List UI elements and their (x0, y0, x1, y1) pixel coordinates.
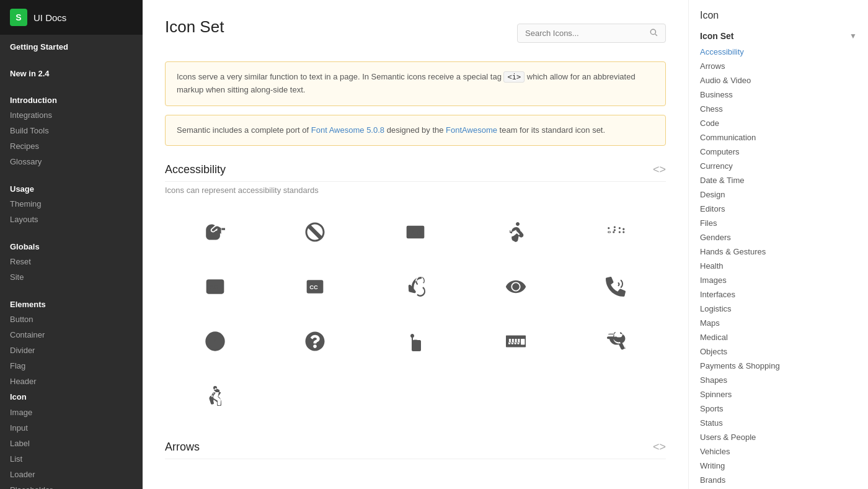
right-sidebar-item-chess[interactable]: Chess (689, 102, 868, 116)
page-title: Icon Set (165, 17, 224, 37)
accessibility-subtitle: Icons can represent accessibility standa… (165, 186, 666, 195)
sidebar-item-build-tools[interactable]: Build Tools (0, 123, 143, 138)
right-sidebar-item-writing[interactable]: Writing (689, 459, 868, 473)
font-awesome-link-2[interactable]: FontAwesome (446, 125, 497, 135)
app-logo: S (10, 9, 27, 26)
right-sidebar: Icon Icon Set ▼ Accessibility Arrows Aud… (688, 0, 868, 489)
icon-tty[interactable] (466, 314, 566, 369)
sidebar-item-layouts[interactable]: Layouts (0, 212, 143, 227)
icon-question-circle[interactable] (265, 314, 366, 369)
right-sidebar-item-files[interactable]: Files (689, 216, 868, 230)
search-input[interactable] (525, 29, 644, 38)
icon-closed-captioning-outline[interactable]: CC (165, 259, 265, 314)
icon-ad[interactable]: AD (365, 205, 466, 259)
sidebar-section-introduction[interactable]: Introduction (0, 88, 143, 107)
right-sidebar-item-editors[interactable]: Editors (689, 202, 868, 216)
accessibility-icons-grid: AD CC CC (165, 205, 666, 423)
right-sidebar-item-sports[interactable]: Sports (689, 402, 868, 416)
sidebar-item-icon[interactable]: Icon (0, 389, 143, 405)
right-sidebar-item-payments-shopping[interactable]: Payments & Shopping (689, 359, 868, 373)
font-awesome-link-1[interactable]: Font Awesome 5.0.8 (311, 125, 384, 135)
right-sidebar-item-maps[interactable]: Maps (689, 316, 868, 330)
icon-phone-volume[interactable] (565, 259, 666, 314)
icon-question-circle-outline[interactable]: ? (165, 314, 265, 369)
svg-text:AD: AD (411, 230, 421, 237)
svg-text:?: ? (213, 336, 216, 346)
sidebar-item-reset[interactable]: Reset (0, 254, 143, 269)
sidebar-item-glossary[interactable]: Glossary (0, 154, 143, 169)
right-sidebar-item-business[interactable]: Business (689, 87, 868, 102)
sidebar-item-site[interactable]: Site (0, 269, 143, 285)
right-sidebar-item-medical[interactable]: Medical (689, 330, 868, 344)
code-toggle-accessibility[interactable]: <> (653, 163, 666, 176)
sidebar-item-container[interactable]: Container (0, 327, 143, 343)
right-sidebar-item-objects[interactable]: Objects (689, 344, 868, 359)
sidebar-item-placeholder[interactable]: Placeholder (0, 482, 143, 489)
app-title: UI Docs (33, 12, 66, 23)
right-sidebar-item-status[interactable]: Status (689, 416, 868, 430)
right-sidebar-item-health[interactable]: Health (689, 259, 868, 273)
icon-braille[interactable] (565, 205, 666, 259)
icon-sign-language[interactable] (165, 205, 265, 259)
right-sidebar-item-vehicles[interactable]: Vehicles (689, 444, 868, 459)
svg-point-0 (650, 29, 655, 34)
sidebar-section-elements[interactable]: Elements (0, 292, 143, 312)
sidebar-item-flag[interactable]: Flag (0, 358, 143, 374)
svg-line-1 (655, 34, 657, 36)
right-sidebar-item-interfaces[interactable]: Interfaces (689, 287, 868, 302)
sidebar-section-new[interactable]: New in 2.4 (0, 61, 143, 81)
icon-hand-point-up[interactable] (365, 314, 466, 369)
right-sidebar-item-communication[interactable]: Communication (689, 130, 868, 145)
empty-cells (265, 369, 666, 423)
sidebar-section-usage[interactable]: Usage (0, 177, 143, 196)
right-sidebar-item-spinners[interactable]: Spinners (689, 387, 868, 402)
sidebar-item-recipes[interactable]: Recipes (0, 138, 143, 154)
right-sidebar-item-shapes[interactable]: Shapes (689, 373, 868, 387)
arrows-section-header: Arrows <> (165, 441, 666, 459)
search-box[interactable] (517, 24, 666, 43)
svg-text:CC: CC (310, 284, 319, 290)
right-sidebar-item-users-people[interactable]: Users & People (689, 430, 868, 444)
sidebar-item-loader[interactable]: Loader (0, 467, 143, 482)
right-sidebar-item-arrows[interactable]: Arrows (689, 59, 868, 73)
right-sidebar-section-label: Icon Set (700, 31, 733, 41)
right-sidebar-item-audio-video[interactable]: Audio & Video (689, 73, 868, 87)
right-sidebar-item-brands[interactable]: Brands (689, 473, 868, 487)
accessibility-title: Accessibility (165, 163, 226, 176)
right-sidebar-item-computers[interactable]: Computers (689, 145, 868, 159)
icon-wheelchair[interactable] (565, 314, 666, 369)
right-sidebar-item-accessibility[interactable]: Accessibility (689, 45, 868, 59)
code-toggle-arrows[interactable]: <> (653, 441, 666, 454)
icon-closed-captioning[interactable]: CC (265, 259, 366, 314)
right-sidebar-item-date-time[interactable]: Date & Time (689, 173, 868, 187)
sidebar-header: S UI Docs (0, 0, 143, 35)
right-sidebar-item-code[interactable]: Code (689, 116, 868, 130)
sidebar-item-list[interactable]: List (0, 451, 143, 467)
search-icon (649, 28, 658, 38)
code-tag: <i> (503, 71, 525, 83)
icon-wheelchair-alt[interactable] (165, 369, 265, 423)
right-sidebar-item-logistics[interactable]: Logistics (689, 302, 868, 316)
right-sidebar-item-design[interactable]: Design (689, 187, 868, 202)
sidebar-section-getting-started[interactable]: Getting Started (0, 35, 143, 54)
sidebar-item-divider[interactable]: Divider (0, 343, 143, 358)
sidebar-item-integrations[interactable]: Integrations (0, 107, 143, 123)
sidebar-item-label[interactable]: Label (0, 436, 143, 451)
sidebar-item-theming[interactable]: Theming (0, 196, 143, 212)
sidebar-item-image[interactable]: Image (0, 405, 143, 420)
sidebar-item-input[interactable]: Input (0, 420, 143, 436)
sidebar-item-header[interactable]: Header (0, 374, 143, 389)
icon-deaf[interactable] (365, 259, 466, 314)
right-sidebar-section-iconset[interactable]: Icon Set ▼ (689, 27, 868, 45)
sidebar-item-button[interactable]: Button (0, 312, 143, 327)
right-sidebar-item-currency[interactable]: Currency (689, 159, 868, 173)
right-sidebar-item-hands-gestures[interactable]: Hands & Gestures (689, 244, 868, 259)
icon-assistive-listening[interactable] (265, 205, 366, 259)
right-sidebar-item-genders[interactable]: Genders (689, 230, 868, 244)
sidebar-section-globals[interactable]: Globals (0, 235, 143, 254)
right-sidebar-item-images[interactable]: Images (689, 273, 868, 287)
icon-low-vision[interactable] (466, 259, 566, 314)
icon-blind[interactable] (466, 205, 566, 259)
arrows-title: Arrows (165, 441, 200, 454)
info-box-2: Semantic includes a complete port of Fon… (165, 115, 666, 146)
